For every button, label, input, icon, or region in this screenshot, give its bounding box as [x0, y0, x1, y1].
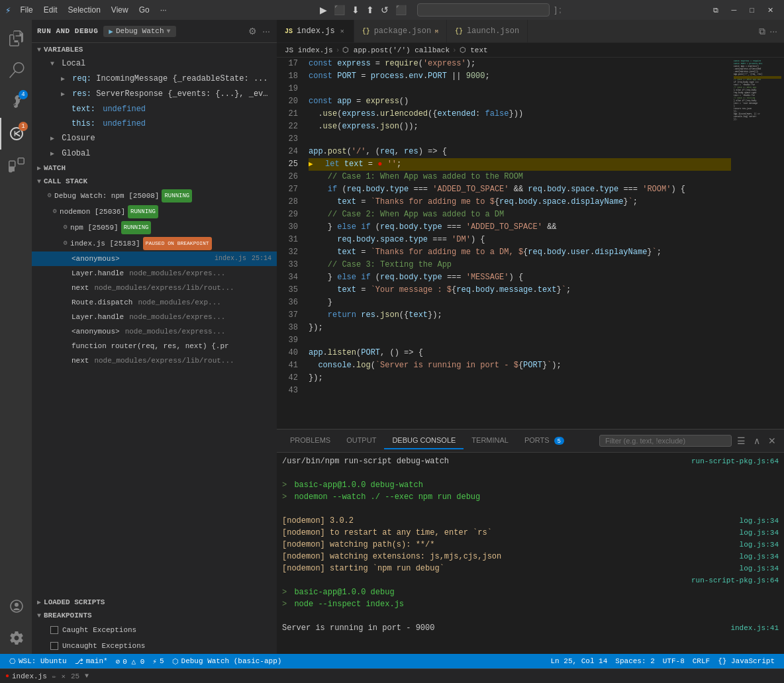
call-stack-chevron: ▼ [37, 178, 41, 185]
console-link-3[interactable]: log.js:34 [740, 527, 779, 539]
cs-route-dispatch[interactable]: Route.dispatch node_modules/exp... [32, 295, 277, 310]
status-eol[interactable]: CRLF [689, 654, 714, 668]
cs-layer-handle2[interactable]: Layer.handle node_modules/expres... [32, 310, 277, 324]
sidebar-settings-btn[interactable]: ⚙ [247, 24, 258, 38]
console-link-5[interactable]: log.js:34 [740, 551, 779, 563]
panel-collapse-btn[interactable]: ∧ [751, 434, 763, 447]
window-layout-btn[interactable]: ⧉ [708, 3, 724, 17]
code-content[interactable]: const express = require('express'); cons… [303, 58, 731, 429]
status-position[interactable]: Ln 25, Col 14 [547, 654, 612, 668]
status-wsl[interactable]: ⎔ WSL: Ubuntu [5, 654, 71, 668]
status-language[interactable]: {} JavaScript [714, 654, 779, 668]
debug-continue-btn[interactable]: ▶ [317, 3, 330, 17]
loaded-scripts-header[interactable]: ▶ LOADED SCRIPTS [32, 596, 277, 609]
tab-indexjs[interactable]: JS index.js ✕ [277, 20, 354, 43]
breakpoints-header[interactable]: ▼ BREAKPOINTS [32, 609, 277, 622]
status-spaces[interactable]: Spaces: 2 [611, 654, 658, 668]
debug-step-over-btn[interactable]: ⬛ [331, 3, 348, 17]
activity-extensions[interactable] [0, 150, 32, 181]
panel-clear-btn[interactable]: ☰ [734, 434, 748, 447]
tab-problems[interactable]: PROBLEMS [282, 432, 338, 449]
debug-restart-btn[interactable]: ↺ [378, 3, 391, 17]
console-link-8[interactable]: index.js:41 [730, 622, 779, 634]
cs-nodemon[interactable]: ⚙ nodemon [25036] RUNNING [32, 204, 277, 220]
sidebar-more-btn[interactable]: ··· [261, 24, 271, 38]
main-area: 4 1 RUN AND DEBUG ▶ Debug Watch [0, 20, 784, 654]
cs-indexjs[interactable]: ⚙ index.js [25183] PAUSED ON BREAKPOINT [32, 236, 277, 251]
split-editor-btn[interactable]: ⧉ [758, 24, 767, 38]
breadcrumb-fn[interactable]: ⬡ app.post('/') callback [342, 46, 450, 54]
console-link-4[interactable]: log.js:34 [740, 539, 779, 551]
status-encoding[interactable]: UTF-8 [659, 654, 689, 668]
var-res[interactable]: ▶ res: ServerResponse {_events: {...}, _… [32, 87, 277, 102]
debug-config-select[interactable]: ▶ Debug Watch ▼ [103, 26, 175, 37]
bp-caught-exceptions[interactable]: Caught Exceptions [32, 622, 277, 638]
tab-output[interactable]: OUTPUT [338, 432, 384, 449]
status-errors[interactable]: ⊘ 0 △ 0 [112, 654, 149, 668]
tab-launchjson[interactable]: {} launch.json [447, 20, 528, 43]
activity-search[interactable] [0, 54, 32, 86]
debug-stop-btn[interactable]: ⬛ [393, 3, 409, 17]
console-line-nodemon-watching: [nodemon] watching path(s): **/* log.js:… [282, 539, 779, 551]
tab-close-indexjs[interactable]: ✕ [339, 26, 346, 36]
tab-packagejson[interactable]: {} package.json M [354, 20, 447, 43]
menu-selection[interactable]: Selection [64, 4, 104, 16]
tab-more-btn[interactable]: ··· [768, 24, 779, 38]
cs-next2[interactable]: next node_modules/express/lib/rout... [32, 353, 277, 368]
local-scope[interactable]: ▼ Local [32, 56, 277, 71]
var-text[interactable]: text: undefined [32, 102, 277, 116]
cs-npm[interactable]: ⚙ npm [25059] RUNNING [32, 220, 277, 236]
tab-debug-console[interactable]: DEBUG CONSOLE [384, 432, 464, 449]
menu-more[interactable]: ··· [156, 4, 171, 16]
cs-debug-watch[interactable]: ⚙ Debug Watch: npm [25008] RUNNING [32, 188, 277, 204]
cs-layer-handle1[interactable]: Layer.handle node_modules/expres... [32, 266, 277, 281]
console-link-6[interactable]: log.js:34 [740, 563, 779, 574]
window-close-btn[interactable]: ✕ [762, 3, 779, 17]
cs-router-fn[interactable]: function router(req, res, next) {.pr [32, 339, 277, 353]
bottom-close-icon[interactable]: ✕ [62, 672, 66, 680]
console-link-2[interactable]: log.js:34 [740, 515, 779, 527]
code-line-35: text = `Your message : ${req.body.messag… [309, 284, 731, 296]
menu-view[interactable]: View [107, 4, 132, 16]
console-link-7[interactable]: run-script-pkg.js:64 [691, 574, 779, 586]
menu-edit[interactable]: Edit [40, 4, 62, 16]
breadcrumb-file[interactable]: JS index.js [285, 46, 333, 54]
call-stack-header[interactable]: ▼ CALL STACK [32, 175, 277, 188]
panel-filter-input[interactable] [599, 435, 732, 447]
breadcrumb-var[interactable]: ⬡ text [460, 46, 488, 54]
code-editor[interactable]: 17 18 19 20 21 22 23 24 25 26 27 28 29 3… [277, 58, 784, 429]
cs-anonymous2[interactable]: <anonymous> node_modules/express... [32, 324, 277, 339]
status-git-branch[interactable]: ⎇ main* [71, 654, 112, 668]
menu-file[interactable]: File [16, 4, 36, 16]
activity-explorer[interactable] [0, 23, 32, 54]
tab-ports[interactable]: PORTS 5 [516, 432, 572, 449]
activity-source-control[interactable]: 4 [0, 86, 32, 118]
bp-uncaught-checkbox[interactable] [50, 642, 58, 650]
bp-uncaught-exceptions[interactable]: Uncaught Exceptions [32, 638, 277, 654]
bp-caught-checkbox[interactable] [50, 626, 58, 634]
debug-step-out-btn[interactable]: ⬆ [364, 3, 377, 17]
panel-close-btn[interactable]: ✕ [765, 434, 779, 447]
window-minimize-btn[interactable]: ─ [726, 3, 742, 17]
window-maximize-btn[interactable]: □ [744, 3, 760, 17]
var-this[interactable]: this: undefined [32, 116, 277, 131]
cs-next1[interactable]: next node_modules/express/lib/rout... [32, 281, 277, 295]
activity-settings[interactable] [0, 622, 32, 654]
panel-content[interactable]: /usr/bin/npm run-script debug-watch run-… [277, 453, 784, 654]
tab-terminal[interactable]: TERMINAL [464, 432, 516, 449]
closure-scope[interactable]: ▶ Closure [32, 131, 277, 146]
console-link-1[interactable]: run-script-pkg.js:64 [691, 455, 779, 467]
var-req[interactable]: ▶ req: IncomingMessage {_readableState: … [32, 71, 277, 87]
search-input[interactable] [417, 3, 550, 17]
watch-header[interactable]: ▶ WATCH [32, 161, 277, 175]
variables-header[interactable]: ▼ VARIABLES [32, 43, 277, 56]
status-debug-watch[interactable]: ⬡ Debug Watch (basic-app) [168, 654, 286, 668]
cs-anonymous[interactable]: <anonymous> index.js 25:14 [32, 251, 277, 266]
activity-account[interactable] [0, 590, 32, 622]
console-line-blank4 [282, 610, 779, 622]
menu-go[interactable]: Go [135, 4, 154, 16]
status-debug[interactable]: ⚡ 5 [148, 654, 168, 668]
activity-run-debug[interactable]: 1 [0, 118, 32, 150]
debug-step-into-btn[interactable]: ⬇ [349, 3, 362, 17]
global-scope[interactable]: ▶ Global [32, 146, 277, 161]
